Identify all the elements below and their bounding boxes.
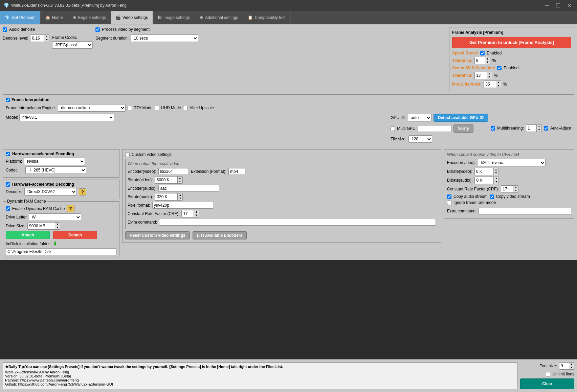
cs-encoder-video-select[interactable]: h264_nvenc bbox=[478, 159, 546, 166]
cv-bitrate-video-input[interactable] bbox=[155, 177, 177, 183]
tolerance2-down[interactable]: ▼ bbox=[487, 75, 492, 79]
drive-size-up[interactable]: ▲ bbox=[55, 223, 60, 226]
drive-letter-select[interactable]: W bbox=[29, 213, 81, 221]
interp-engine-select[interactable]: rife-ncnn-vulkan bbox=[58, 104, 126, 112]
min-diff-input[interactable] bbox=[484, 81, 496, 87]
denoise-down-arrow[interactable]: ▼ bbox=[44, 38, 49, 42]
detect-gpu-button[interactable]: Detect available GPU ID bbox=[434, 114, 488, 122]
tab-engine[interactable]: ⚙ Engine settings bbox=[68, 11, 111, 24]
tolerance2-up[interactable]: ▲ bbox=[487, 72, 492, 75]
process-segment-checkbox[interactable] bbox=[95, 27, 100, 32]
tolerance-input[interactable] bbox=[475, 57, 485, 64]
cv-bitrate-audio-spinbox[interactable]: ▲ ▼ bbox=[155, 193, 183, 201]
reset-custom-video-button[interactable]: Reset Custom video settings bbox=[125, 231, 190, 239]
cv-crf-input[interactable] bbox=[182, 211, 194, 217]
denoise-up-arrow[interactable]: ▲ bbox=[44, 35, 49, 38]
cs-bitrate-audio-spinbox[interactable]: ▲ ▼ bbox=[474, 177, 499, 184]
cs-bitrate-audio-up[interactable]: ▲ bbox=[494, 177, 498, 180]
cs-crf-input[interactable] bbox=[501, 186, 513, 192]
multithreading-checkbox[interactable] bbox=[491, 126, 495, 131]
decoder-help-button[interactable]: ? bbox=[79, 188, 86, 195]
tab-additional[interactable]: ⚙ Additional settings bbox=[195, 11, 243, 24]
cs-bitrate-video-input[interactable] bbox=[475, 168, 493, 175]
ram-help-button[interactable]: ? bbox=[67, 205, 74, 212]
tab-video[interactable]: 🎬 Video settings bbox=[111, 11, 153, 24]
frame-interp-checkbox[interactable] bbox=[6, 98, 10, 102]
min-diff-up[interactable]: ▲ bbox=[496, 81, 501, 84]
frame-codec-select[interactable]: JPEG(Lossl bbox=[52, 41, 93, 49]
attach-button[interactable]: Attach bbox=[6, 231, 50, 239]
cv-extension-input[interactable] bbox=[228, 168, 245, 175]
multithreading-input[interactable] bbox=[526, 125, 536, 131]
codec-select[interactable]: H. 265 (HEVC) bbox=[25, 166, 86, 174]
platform-select[interactable]: Nvidia bbox=[24, 158, 85, 165]
cs-bitrate-video-up[interactable]: ▲ bbox=[494, 168, 498, 171]
model-select[interactable]: rife-v3.1 bbox=[19, 114, 114, 121]
multi-gpu-checkbox[interactable] bbox=[391, 126, 395, 131]
hw-decoding-checkbox[interactable] bbox=[6, 182, 10, 187]
gpu-id-select[interactable]: auto bbox=[408, 114, 431, 121]
denoise-level-spinbox[interactable]: ▲ ▼ bbox=[30, 34, 49, 42]
cs-crf-up[interactable]: ▲ bbox=[513, 186, 518, 189]
drive-size-spinbox[interactable]: ▲ ▼ bbox=[27, 222, 60, 230]
tolerance2-input[interactable] bbox=[475, 72, 487, 78]
tolerance-down[interactable]: ▼ bbox=[485, 61, 490, 64]
tab-compatibility[interactable]: 📋 Compatibility test bbox=[243, 11, 290, 24]
min-diff-down[interactable]: ▼ bbox=[496, 84, 501, 88]
cv-bitrate-video-spinbox[interactable]: ▲ ▼ bbox=[155, 176, 183, 184]
speed-boost-checkbox[interactable] bbox=[480, 51, 485, 55]
multithreading-up[interactable]: ▲ bbox=[537, 125, 541, 128]
cs-extra-cmd-input[interactable] bbox=[479, 208, 571, 214]
cv-bitrate-audio-down[interactable]: ▼ bbox=[178, 197, 182, 200]
frame-analysis-premium-btn[interactable]: Get Premium to unlock [Frame Analysis] bbox=[452, 37, 571, 48]
minimize-button[interactable]: ─ bbox=[543, 2, 551, 9]
cs-bitrate-video-spinbox[interactable]: ▲ ▼ bbox=[474, 168, 499, 175]
audio-denoise-checkbox[interactable] bbox=[3, 27, 7, 32]
tolerance-spinbox[interactable]: ▲ ▼ bbox=[474, 57, 490, 64]
cv-bitrate-audio-up[interactable]: ▲ bbox=[178, 193, 182, 197]
drive-size-down[interactable]: ▼ bbox=[55, 226, 60, 229]
cv-crf-down[interactable]: ▼ bbox=[194, 214, 199, 217]
multithreading-down[interactable]: ▼ bbox=[537, 128, 541, 132]
denoise-level-input[interactable] bbox=[30, 35, 44, 41]
maximize-button[interactable]: ☐ bbox=[554, 2, 562, 9]
tab-premium[interactable]: 💎 Get Premium bbox=[0, 11, 41, 24]
cv-bitrate-video-up[interactable]: ▲ bbox=[178, 177, 182, 180]
tile-size-select[interactable]: 128 bbox=[408, 135, 432, 143]
imdisk-download-icon[interactable]: ⬇ bbox=[53, 240, 57, 247]
multi-gpu-input[interactable] bbox=[418, 125, 451, 132]
cv-bitrate-video-down[interactable]: ▼ bbox=[178, 180, 182, 183]
tolerance2-spinbox[interactable]: ▲ ▼ bbox=[474, 72, 492, 79]
cv-crf-spinbox[interactable]: ▲ ▼ bbox=[181, 210, 199, 217]
cv-encoder-video-input[interactable] bbox=[158, 168, 189, 175]
cs-crf-down[interactable]: ▼ bbox=[513, 189, 518, 192]
tab-image[interactable]: 🖼 Image settings bbox=[153, 11, 195, 24]
scene-shift-checkbox[interactable] bbox=[497, 66, 502, 70]
tolerance-up[interactable]: ▲ bbox=[485, 57, 490, 61]
cv-bitrate-audio-input[interactable] bbox=[155, 194, 177, 200]
copy-audio-checkbox[interactable] bbox=[447, 194, 451, 199]
verify-button[interactable]: Verify bbox=[453, 124, 473, 133]
min-diff-spinbox[interactable]: ▲ ▼ bbox=[484, 80, 501, 88]
hw-encoding-checkbox[interactable] bbox=[6, 152, 10, 156]
enable-ram-cache-checkbox[interactable] bbox=[6, 206, 10, 211]
after-upscale-checkbox[interactable] bbox=[183, 106, 187, 110]
cs-bitrate-audio-down[interactable]: ▼ bbox=[494, 180, 498, 184]
auto-adjust-checkbox[interactable] bbox=[544, 126, 548, 131]
tta-checkbox[interactable] bbox=[128, 106, 132, 110]
tab-home[interactable]: 🏠 Home bbox=[41, 11, 68, 24]
list-encoders-button[interactable]: List Available Encoders bbox=[193, 231, 247, 239]
segment-duration-select[interactable]: 10 secs bbox=[131, 34, 198, 42]
cs-crf-spinbox[interactable]: ▲ ▼ bbox=[501, 185, 518, 193]
cs-bitrate-audio-input[interactable] bbox=[475, 177, 493, 183]
cv-encoder-audio-input[interactable] bbox=[158, 185, 219, 192]
cs-bitrate-video-down[interactable]: ▼ bbox=[494, 171, 498, 175]
close-button[interactable]: ✕ bbox=[565, 2, 574, 9]
cv-pixel-format-input[interactable] bbox=[152, 202, 213, 209]
multithreading-spinbox[interactable]: ▲ ▼ bbox=[526, 124, 542, 132]
cv-crf-up[interactable]: ▲ bbox=[194, 210, 199, 214]
ignore-frame-rate-checkbox[interactable] bbox=[447, 201, 451, 205]
uhd-checkbox[interactable] bbox=[155, 106, 159, 110]
drive-size-input[interactable] bbox=[28, 223, 55, 229]
imdisk-path-input[interactable] bbox=[6, 248, 116, 255]
